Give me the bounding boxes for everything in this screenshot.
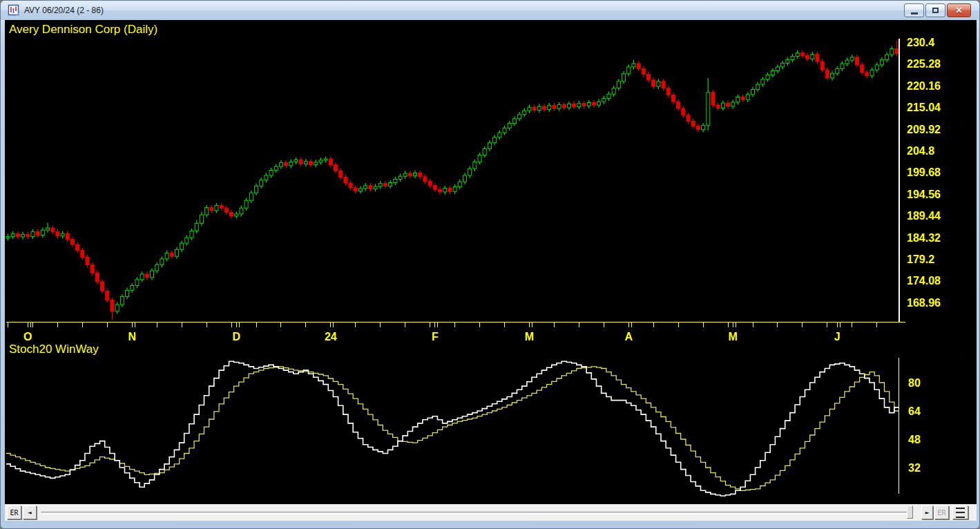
stoch-panel-title: Stoch20 WinWay (9, 343, 99, 356)
er-left-button[interactable]: ER (7, 506, 21, 519)
stoch-axis-label: 48 (908, 434, 921, 445)
candle-down (671, 95, 675, 102)
scroll-right-button[interactable]: ► (921, 506, 933, 519)
candle-up (294, 160, 298, 162)
candle-up (31, 232, 35, 237)
candle-down (95, 273, 99, 282)
candle-down (76, 244, 79, 251)
candle-down (145, 274, 148, 278)
candle-up (488, 143, 491, 149)
candle-down (170, 253, 173, 256)
candle-up (836, 68, 839, 73)
price-axis-label: 215.04 (907, 102, 941, 113)
er-right-button[interactable]: ER (934, 506, 949, 519)
candle-down (806, 55, 809, 59)
candle-up (632, 64, 635, 67)
candle-down (220, 206, 223, 209)
candle-down (408, 173, 412, 176)
candle-up (512, 119, 516, 124)
candle-down (419, 173, 422, 177)
candle-up (260, 180, 263, 186)
candle-up (493, 137, 497, 143)
candle-up (235, 214, 238, 216)
month-label: N (128, 331, 136, 343)
candle-down (682, 108, 685, 115)
price-axis-label: 230.4 (907, 37, 934, 48)
candle-up (403, 173, 407, 176)
candle-up (577, 104, 581, 107)
maximize-icon (932, 8, 939, 13)
candle-down (210, 208, 213, 211)
close-button[interactable]: ✕ (947, 3, 971, 17)
price-axis-label: 204.8 (907, 145, 934, 157)
menu-button[interactable] (952, 506, 968, 519)
candle-up (761, 79, 765, 84)
stoch-axis-label: 32 (908, 462, 921, 474)
candle-down (81, 251, 84, 258)
candle-up (195, 223, 198, 231)
candle-up (617, 81, 620, 88)
candle-down (299, 160, 302, 164)
candle-down (56, 232, 59, 236)
price-axis-label: 189.44 (907, 210, 941, 222)
candle-down (543, 106, 546, 109)
scroll-left-button[interactable]: ◄ (23, 506, 37, 519)
price-axis-label: 179.2 (907, 253, 934, 265)
price-panel-title: Avery Dennison Corp (Daily) (9, 23, 157, 37)
candle-up (498, 133, 501, 137)
candle-up (880, 60, 883, 65)
candlestick-chart-icon[interactable] (8, 4, 20, 17)
title-bar[interactable]: AVY 06/20/24 (2 - 86) ✕ (1, 1, 979, 20)
candle-up (870, 70, 874, 76)
candle-down (433, 186, 436, 190)
candle-down (16, 234, 19, 237)
price-axis-label: 209.92 (907, 124, 941, 135)
candle-up (503, 128, 506, 133)
minimize-button[interactable] (904, 3, 924, 17)
right-arrow-icon: ► (925, 510, 929, 516)
scrollbar-track[interactable] (41, 512, 907, 514)
left-arrow-icon: ◄ (28, 510, 31, 516)
candle-up (6, 236, 10, 238)
candle-up (41, 230, 44, 235)
price-axis-label: 225.28 (907, 58, 941, 70)
candle-up (180, 243, 184, 249)
month-label: 24 (325, 331, 337, 343)
candle-down (448, 188, 452, 191)
candle-down (354, 188, 357, 191)
candle-down (439, 189, 442, 192)
candle-down (66, 233, 69, 240)
candle-up (319, 160, 323, 162)
candle-up (11, 234, 15, 237)
candle-up (443, 188, 447, 192)
candle-up (746, 95, 749, 99)
candle-up (707, 93, 710, 126)
candle-up (61, 233, 64, 236)
chart-canvas[interactable]: OND24FMAMJ230.4225.28220.16215.04209.922… (1, 1, 980, 529)
candle-up (607, 94, 611, 98)
month-label: D (232, 331, 240, 343)
candle-up (796, 53, 799, 57)
candle-up (364, 186, 367, 189)
price-axis-label: 194.56 (907, 189, 941, 200)
maximize-button[interactable] (925, 3, 945, 17)
candle-up (304, 162, 307, 164)
candle-up (845, 60, 849, 64)
candle-up (771, 71, 774, 75)
candle-down (727, 103, 730, 106)
price-axis-label: 168.96 (907, 297, 941, 309)
candle-down (86, 257, 89, 264)
candle-down (652, 80, 655, 86)
candle-up (875, 65, 878, 70)
candle-up (473, 162, 477, 169)
candle-down (716, 105, 720, 108)
candle-up (567, 104, 570, 108)
candle-up (463, 175, 466, 182)
candle-up (21, 234, 25, 237)
candle-down (820, 61, 824, 70)
candle-up (766, 75, 769, 79)
candle-up (374, 186, 377, 189)
scrollbar-thumb[interactable] (907, 506, 913, 519)
candle-down (553, 106, 556, 108)
candle-up (548, 106, 551, 110)
